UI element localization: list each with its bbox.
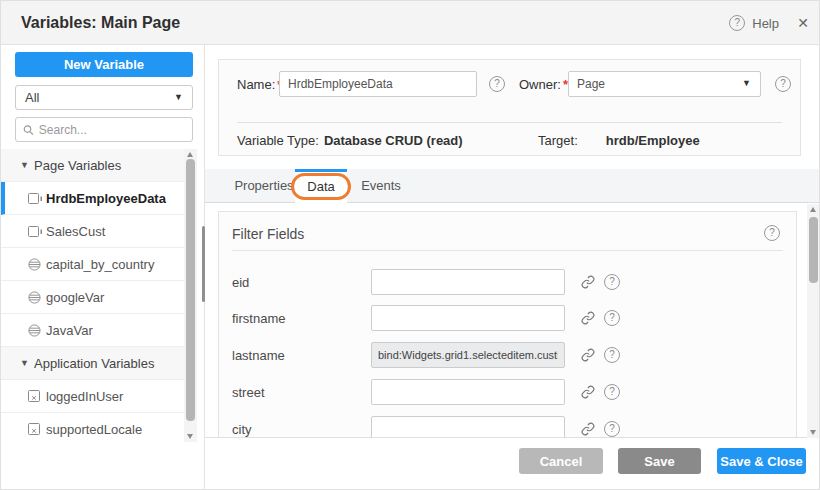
- sidebar-scrollbar-thumb[interactable]: [186, 159, 195, 421]
- field-label-firstname: firstname: [232, 311, 285, 326]
- chevron-down-icon: ▼: [174, 86, 183, 109]
- group-label: Page Variables: [34, 158, 121, 173]
- scroll-down-icon[interactable]: [810, 430, 816, 435]
- save-button[interactable]: Save: [618, 448, 701, 474]
- dialog-title: Variables: Main Page: [21, 1, 180, 45]
- field-label-street: street: [232, 385, 265, 400]
- bind-link-icon[interactable]: [581, 421, 597, 437]
- variable-label: supportedLocale: [46, 422, 142, 437]
- variable-label: JavaVar: [46, 323, 93, 338]
- field-help-icon[interactable]: ?: [604, 347, 620, 363]
- field-label-eid: eid: [232, 275, 249, 290]
- target-label: Target:: [538, 133, 578, 148]
- bind-link-icon[interactable]: [581, 347, 597, 363]
- name-label: Name:*: [237, 77, 282, 92]
- field-help-icon[interactable]: ?: [604, 384, 620, 400]
- new-variable-button[interactable]: New Variable: [15, 52, 193, 77]
- sidebar: New Variable All ▼ ▼ Page Variables Hrdb…: [1, 45, 204, 490]
- variable-filter-value: All: [25, 90, 39, 105]
- sidebar-scrollbar[interactable]: [184, 149, 197, 442]
- tab-events[interactable]: Events: [357, 169, 405, 203]
- field-help-icon[interactable]: ?: [604, 274, 620, 290]
- bind-link-icon[interactable]: [581, 310, 597, 326]
- field-input-firstname[interactable]: [371, 305, 565, 331]
- field-label-lastname: lastname: [232, 348, 285, 363]
- variable-label: SalesCust: [46, 224, 105, 239]
- variable-item-googlevar[interactable]: googleVar: [1, 281, 184, 314]
- field-label-city: city: [232, 422, 252, 437]
- scroll-down-icon[interactable]: [187, 434, 193, 439]
- variable-item-loggedinuser[interactable]: loggedInUser: [1, 380, 184, 413]
- field-input-eid[interactable]: [371, 269, 565, 295]
- scroll-up-icon[interactable]: [810, 207, 816, 212]
- tab-properties[interactable]: Properties: [233, 169, 295, 203]
- name-input[interactable]: [279, 71, 477, 97]
- owner-help-icon[interactable]: ?: [775, 76, 791, 92]
- tab-data[interactable]: Data: [295, 169, 347, 203]
- variable-label: capital_by_country: [46, 257, 154, 272]
- bind-link-icon[interactable]: [581, 384, 597, 400]
- variable-item-hrdbemployeedata[interactable]: HrdbEmployeeData: [1, 182, 184, 215]
- help-icon: ?: [729, 15, 745, 31]
- help-button[interactable]: ? Help: [729, 1, 779, 45]
- search-icon: [23, 124, 34, 136]
- help-label: Help: [752, 16, 779, 31]
- scroll-up-icon[interactable]: [187, 152, 193, 157]
- variable-label: googleVar: [46, 290, 104, 305]
- group-application-variables[interactable]: ▼ Application Variables: [1, 347, 184, 380]
- field-input-street[interactable]: [371, 379, 565, 405]
- variable-item-salescust[interactable]: SalesCust: [1, 215, 184, 248]
- card-divider: [237, 122, 782, 123]
- static-variable-icon: [28, 423, 44, 435]
- chevron-down-icon: ▼: [742, 72, 751, 95]
- variable-item-supportedlocale[interactable]: supportedLocale: [1, 413, 184, 442]
- tab-content: Filter Fields ? eid ? firstname ? lastna…: [205, 203, 820, 438]
- content-scrollbar[interactable]: [807, 204, 820, 438]
- section-divider: [232, 250, 783, 251]
- variable-item-javavar[interactable]: JavaVar: [1, 314, 184, 347]
- variable-filter-dropdown[interactable]: All ▼: [15, 85, 193, 110]
- variable-item-capital-by-country[interactable]: capital_by_country: [1, 248, 184, 281]
- name-help-icon[interactable]: ?: [489, 76, 505, 92]
- variable-label: HrdbEmployeeData: [46, 191, 166, 206]
- owner-dropdown[interactable]: Page ▼: [568, 71, 761, 97]
- search-box: [15, 117, 193, 142]
- owner-label: Owner:*: [519, 77, 568, 92]
- variables-dialog: Variables: Main Page ? Help ✕ New Variab…: [0, 0, 820, 490]
- target-value: hrdb/Employee: [606, 133, 700, 148]
- field-help-icon[interactable]: ?: [604, 421, 620, 437]
- db-crud-variable-icon: [28, 226, 44, 237]
- group-page-variables[interactable]: ▼ Page Variables: [1, 149, 184, 182]
- service-variable-icon: [28, 291, 44, 304]
- owner-value: Page: [577, 77, 605, 91]
- filter-fields-card: Filter Fields ? eid ? firstname ? lastna…: [218, 211, 797, 438]
- collapse-triangle-icon[interactable]: ▼: [20, 160, 34, 170]
- filter-fields-help-icon[interactable]: ?: [764, 225, 780, 241]
- variable-type-value: Database CRUD (read): [324, 133, 463, 148]
- field-help-icon[interactable]: ?: [604, 310, 620, 326]
- variable-label: loggedInUser: [46, 389, 123, 404]
- variable-summary-card: Name:* ? Owner:* Page ▼ ? Variable Type:…: [218, 59, 801, 156]
- field-input-lastname[interactable]: [371, 342, 565, 368]
- static-variable-icon: [28, 390, 44, 402]
- search-input[interactable]: [39, 123, 185, 137]
- variables-tree: ▼ Page Variables HrdbEmployeeData SalesC…: [1, 149, 184, 442]
- bind-link-icon[interactable]: [581, 274, 597, 290]
- content-scrollbar-thumb[interactable]: [809, 217, 818, 283]
- cancel-button[interactable]: Cancel: [519, 448, 603, 474]
- close-icon[interactable]: ✕: [797, 1, 809, 45]
- variable-meta-row: Variable Type:Database CRUD (read) Targe…: [237, 133, 785, 148]
- dialog-header: Variables: Main Page ? Help ✕: [1, 1, 820, 45]
- service-variable-icon: [28, 324, 44, 337]
- variable-type-label: Variable Type:: [237, 133, 319, 148]
- group-label: Application Variables: [34, 356, 154, 371]
- tab-bar: Properties Data Events: [205, 169, 820, 203]
- save-and-close-button[interactable]: Save & Close: [717, 448, 806, 474]
- collapse-triangle-icon[interactable]: ▼: [20, 358, 34, 368]
- db-crud-variable-icon: [28, 193, 44, 204]
- service-variable-icon: [28, 258, 44, 271]
- field-input-city[interactable]: [371, 416, 565, 438]
- filter-fields-title: Filter Fields: [232, 226, 304, 242]
